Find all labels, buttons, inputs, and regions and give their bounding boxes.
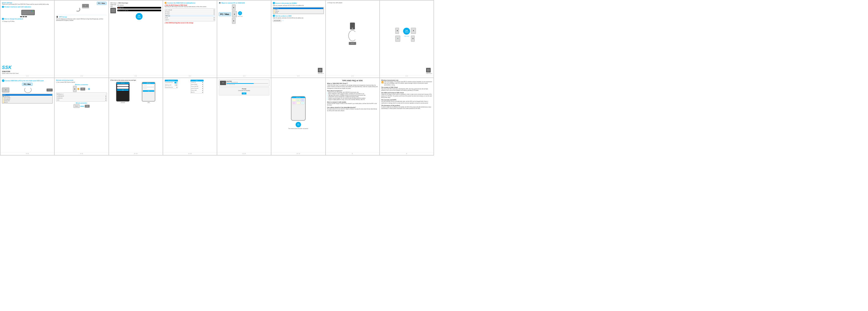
google-play-button[interactable]: ▶ Get it on Google Play <box>117 9 161 11</box>
remote-success-msg: The remote access has been successful. <box>288 128 308 129</box>
folder-icon-bot3: 📁 <box>3 99 4 100</box>
charge-step2: ② Charge it by USB adapter <box>327 2 378 3</box>
app-sub-label: iOS, Android <box>117 5 161 6</box>
charger-body <box>350 23 355 29</box>
android-screen-area: SSK Cloud blu-test-cloud •••••••• Login … <box>111 82 135 103</box>
prompt-title: Prompt <box>220 88 269 89</box>
wired-label: Wired connection <box>56 102 107 104</box>
folder-icon-bot4: 📁 <box>3 100 4 102</box>
qr-www-area: www.ssk.cn <box>426 68 432 74</box>
ios-input-2: Password <box>143 87 154 90</box>
cloud-label-center: SSK-Cloud <box>403 35 410 42</box>
wifi-name-1: ac:2f:...86:fa:b8 <box>165 9 172 10</box>
arrow-m6: ▶ <box>202 92 203 93</box>
wifi-item-6: sophie-1 ▶ <box>165 19 215 21</box>
login-btn[interactable]: Login <box>117 89 129 91</box>
android-label: Android <box>121 102 125 103</box>
what-is-title: What is 'SSM-F200 SSK Cloud'？ <box>327 83 378 84</box>
explorer-mock: \\10.10.10.254 _ □ × 📁 Public 📁 Download… <box>273 7 323 14</box>
success-screen-content: 📁 📷 🎵 🎬 📄 📊 <box>291 98 305 106</box>
product-interfaces-title: ▼ Product interfaces and LED indicators <box>2 6 53 8</box>
cable-coil <box>348 30 357 41</box>
cloud-connections-area: 📱 SSKCloud 📱 💻 SSK-Cloud 📱 <box>381 2 432 69</box>
about-label: About Us <box>191 92 194 93</box>
file-row-5: 📁 About Us <box>2 102 52 103</box>
device-body: WiFi indicator <box>21 10 35 15</box>
wifi-name-5: Eandt <box>165 17 168 19</box>
footer-6: 4 / 4 <box>271 75 325 77</box>
folder-icon-1: 📁 <box>274 9 275 10</box>
footer-7: 1 / 2 <box>326 75 379 77</box>
file-thumb-3: 🎵 <box>301 99 304 101</box>
ok-button[interactable]: OK <box>242 92 246 94</box>
folder-bot5: About Us <box>4 102 8 103</box>
wireless-tip-content: 📶 SSK Cloud adopts 2.4G network output 8… <box>381 81 432 86</box>
menu-row-5[interactable]: Remove cache ▶ <box>190 89 204 91</box>
success-phone: SSK Cloud 📁 📷 🎵 🎬 📄 📊 <box>291 96 306 121</box>
what-is-section: What is 'SSM-F200 SSK Cloud'？ "SSM-F200 … <box>327 83 378 89</box>
harddisk-row: HDD Hard Disk Free:61.7 GB/used:49.92 GB… <box>219 80 269 86</box>
footer-bot5: 11 / 12 <box>217 152 271 154</box>
connect-mobile-header: 📶 Connect the SSM-F100 to mobilephones <box>164 2 215 4</box>
menu-row-4[interactable]: Internet Connection ▶ <box>190 87 204 89</box>
cell-remote-success: SSK Cloud 📁 📷 🎵 🎬 📄 📊 SSKCloud <box>271 78 325 155</box>
wifi-name-6: sophie-1 <box>165 19 169 20</box>
laptop-icon: 💻 <box>2 88 9 92</box>
ios-login-btn[interactable]: Login <box>143 90 154 92</box>
warranty-body: One year warranty service is provided af… <box>381 101 432 104</box>
ws4: ▶ <box>105 99 106 101</box>
product-tagline: Quick Guide of the SSK Cloud <box>2 73 19 74</box>
wireless-diagram: 📱 📶 SSM → 🌐 <box>56 86 107 92</box>
menu-row-6[interactable]: About Us ▶ <box>190 91 204 93</box>
remote-toggle-screen: Remote Access Current Device UID Add Dev… <box>164 80 190 146</box>
cell-more-tips: Wireless transmission rate 📶 SSK Cloud a… <box>380 78 434 155</box>
footer-bot6: 11 / 12 <box>271 152 325 154</box>
ports-area: ETH USB RST <box>20 16 35 17</box>
menu-row-2[interactable]: System Settings ▶ <box>190 83 204 85</box>
arrow-m4: ▶ <box>202 88 203 89</box>
cell-app-icons: SSK CloudSSM-F200APP + SSK-Cloud Apps iO… <box>109 0 163 78</box>
www-text: www.ssk.cn <box>318 73 324 74</box>
charge-section-title: ▼ How to charge the product <box>2 18 53 20</box>
hdd-progress-bg <box>226 83 268 84</box>
pcmac-label-top: PC / Mac <box>97 2 106 5</box>
file-thumb-4: 🎬 <box>292 102 296 104</box>
ws1: ✓ <box>105 93 106 95</box>
hdd-total: Total: Unloaded 13.59 GB <box>226 84 268 85</box>
wifi-item-1: ac:2f:...86:fa:b8 ▶ <box>165 9 215 11</box>
wifi-name-3: BT-Stinad <box>165 13 170 15</box>
main-ui-header: Menu <box>190 80 204 81</box>
wireless-label: Wireless connection <box>56 84 107 85</box>
toggle-on-1[interactable] <box>175 82 177 83</box>
app-store-button[interactable]: 🍎 App Store <box>117 7 161 8</box>
cloud-center: SSKCloud <box>403 28 410 35</box>
wifi-waves: 📶 <box>78 88 80 90</box>
cell-remote-mode: Remote accessing mode 1. First, connect … <box>54 78 108 155</box>
main-menu-area: Menu Transfer List ▶ System Settings ▶ R… <box>190 80 215 146</box>
pcmac-box: PC / Mac <box>97 2 106 5</box>
cable-area: PC <box>74 4 89 14</box>
remote-row-3: Remote Device List ▶ <box>165 86 178 88</box>
folder-name-2: Download <box>275 11 279 12</box>
ssk-cloud-icon-area: SSK-Cloud <box>117 13 161 20</box>
address-bar-area: 10.10.10.254 → <box>273 20 323 22</box>
hdd-icon: HDD <box>220 81 226 85</box>
menu-row-3[interactable]: Remove Hard Disk ▶ <box>190 85 204 87</box>
app-setup-title: APP Set-up <box>59 16 67 18</box>
wifi-bot-3: indeplendent.▶ <box>57 97 106 99</box>
ssk-logo-area: SSK SSM-F200 Quick Guide of the SSK Clou… <box>2 65 19 74</box>
toggle-off-1[interactable] <box>175 84 177 86</box>
folder-icon-bot2: 📁 <box>3 97 4 98</box>
screenshots-area: This PC _ □ × 💾 SSM-F200 (F:) 📁 System S… <box>2 94 53 104</box>
menu-row-1[interactable]: Transfer List ▶ <box>190 81 204 83</box>
phone-wireless-1: 📱 <box>73 86 77 92</box>
warranty-section: The warranty and DATA One year warranty … <box>381 99 432 104</box>
hdd-sub: Free:61.7 GB/used:49.92 GB <box>226 82 268 83</box>
cable-coil-bot <box>24 87 32 93</box>
drive-name: SSM-F200 (F:) <box>4 96 10 97</box>
hdd-tip-body: Please do not shake or drop it when it i… <box>381 94 432 98</box>
eth-port: ETH <box>20 16 22 17</box>
file-thumb-6: 📊 <box>301 102 304 104</box>
folder-icon-3: 📁 <box>274 12 275 13</box>
arrow-m2: ▶ <box>202 84 203 85</box>
